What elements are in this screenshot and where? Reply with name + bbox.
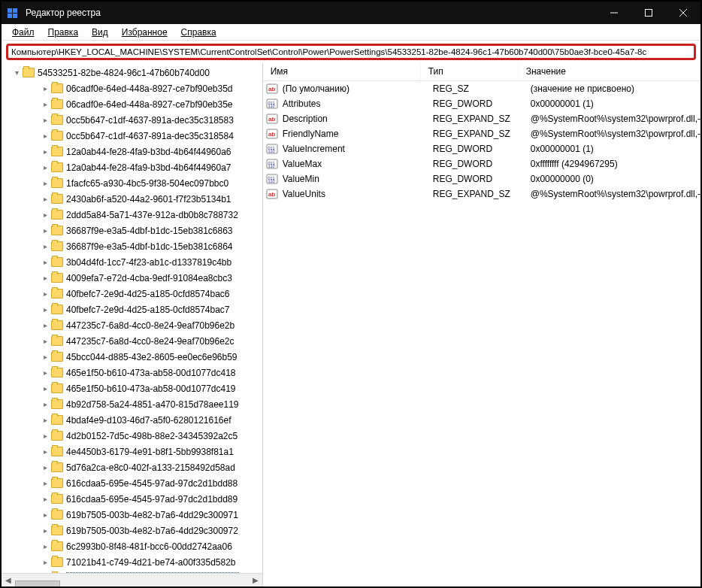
- chevron-icon: ▸: [41, 258, 50, 266]
- folder-icon: [51, 305, 63, 314]
- tree-item[interactable]: ▸1facfc65-a930-4bc5-9f38-504ec097bbc0: [2, 175, 262, 191]
- value-data: 0x00000001 (1): [531, 144, 700, 154]
- tree-item[interactable]: ▸447235c7-6a8d-4cc0-8e24-9eaf70b96e2c: [2, 333, 262, 349]
- scroll-thumb[interactable]: [15, 580, 60, 587]
- tree-item[interactable]: ▸2430ab6f-a520-44a2-9601-f7f23b5134b1: [2, 191, 262, 207]
- menu-file[interactable]: Файл: [6, 26, 41, 39]
- tree-label: 0cc5b647-c1df-4637-891a-dec35c318583: [66, 115, 234, 126]
- horizontal-scrollbar[interactable]: ◀ ▶: [2, 573, 262, 586]
- tree-item[interactable]: ▸5d76a2ca-e8c0-402f-a133-2158492d58ad: [2, 459, 262, 475]
- tree-label: 2ddd5a84-5a71-437e-912a-db0b8c788732: [66, 210, 238, 220]
- tree-item[interactable]: ▸40fbefc7-2e9d-4d25-a185-0cfd8574bac6: [2, 286, 262, 302]
- chevron-icon: ▸: [41, 368, 50, 377]
- tree-item[interactable]: ▸12a0ab44-fe28-4fa9-b3bd-4b64f44960a7: [2, 159, 262, 175]
- tree-label: 45bcc044-d885-43e2-8605-ee0ec6e96b59: [66, 352, 238, 362]
- tree-label: 71021b41-c749-4d21-be74-a00f335d582b: [66, 557, 236, 568]
- tree-item[interactable]: ▸619b7505-003b-4e82-b7a6-4dd29c300971: [2, 507, 262, 523]
- value-row[interactable]: ValueMaxREG_DWORD0xffffffff (4294967295): [263, 156, 700, 171]
- value-type-icon: [266, 128, 278, 140]
- tree-item[interactable]: ▸4b92d758-5a24-4851-a470-815d78aee119: [2, 396, 262, 412]
- col-type[interactable]: Тип: [421, 63, 519, 80]
- menu-help[interactable]: Справка: [175, 26, 222, 39]
- tree-item[interactable]: ▸616cdaa5-695e-4545-97ad-97dc2d1bdd89: [2, 491, 262, 507]
- tree-label: 447235c7-6a8d-4cc0-8e24-9eaf70b96e2b: [66, 320, 235, 331]
- tree-item[interactable]: ▸12a0ab44-fe28-4fa9-b3bd-4b64f44960a6: [2, 144, 262, 159]
- tree-item[interactable]: ▾54533251-82be-4824-96c1-47b60b740d00: [2, 65, 262, 80]
- tree-item[interactable]: ▸71021b41-c749-4d21-be74-a00f335d582b: [2, 554, 262, 570]
- tree-item[interactable]: ▸4bdaf4e9-d103-46d7-a5f0-6280121616ef: [2, 412, 262, 428]
- folder-icon: [51, 210, 63, 220]
- chevron-icon: ▸: [41, 226, 50, 235]
- tree-item[interactable]: ▸36687f9e-e3a5-4dbf-b1dc-15eb381c6863: [2, 223, 262, 238]
- tree-item[interactable]: ▸6c2993b0-8f48-481f-bcc6-00dd2742aa06: [2, 538, 262, 554]
- value-type: REG_DWORD: [433, 144, 531, 154]
- col-name[interactable]: Имя: [263, 63, 421, 80]
- folder-icon: [51, 162, 63, 172]
- value-row[interactable]: ValueMinREG_DWORD0x00000000 (0): [263, 171, 700, 186]
- value-name: ValueIncrement: [283, 144, 433, 154]
- tree-item[interactable]: ▸465e1f50-b610-473a-ab58-00d1077dc418: [2, 365, 262, 380]
- tree-label: 40fbefc7-2e9d-4d25-a185-0cfd8574bac6: [66, 289, 230, 299]
- tree-item[interactable]: ▸3b04d4fd-1cc7-4f23-ab1c-d1337819c4bb: [2, 254, 262, 270]
- tree-item[interactable]: ▸465e1f50-b610-473a-ab58-00d1077dc419: [2, 380, 262, 396]
- tree-label: 616cdaa5-695e-4545-97ad-97dc2d1bdd89: [66, 494, 238, 505]
- value-row[interactable]: AttributesREG_DWORD0x00000001 (1): [263, 96, 700, 111]
- value-row[interactable]: ValueUnitsREG_EXPAND_SZ@%SystemRoot%\sys…: [263, 186, 700, 202]
- tree-label: 619b7505-003b-4e82-b7a6-4dd29c300972: [66, 526, 238, 536]
- close-button[interactable]: [666, 2, 700, 24]
- tree-item[interactable]: ▸06cadf0e-64ed-448a-8927-ce7bf90eb35e: [2, 96, 262, 112]
- app-title: Редактор реестра: [26, 8, 597, 18]
- scroll-right-arrow[interactable]: ▶: [249, 574, 262, 587]
- tree-item[interactable]: ▸4d2b0152-7d5c-498b-88e2-34345392a2c5: [2, 428, 262, 444]
- folder-icon: [51, 336, 63, 346]
- tree-item[interactable]: ▸619b7505-003b-4e82-b7a6-4dd29c300972: [2, 523, 262, 538]
- tree-item[interactable]: ▸06cadf0e-64ed-448a-8927-ce7bf90eb35d: [2, 80, 262, 96]
- registry-tree[interactable]: ▾54533251-82be-4824-96c1-47b60b740d00▸06…: [2, 63, 262, 573]
- tree-label: 3b04d4fd-1cc7-4f23-ab1c-d1337819c4bb: [66, 257, 231, 268]
- tree-item[interactable]: ▸0cc5b647-c1df-4637-891a-dec35c318584: [2, 128, 262, 144]
- tree-item[interactable]: ▸4009efa7-e72d-4cba-9edf-91084ea8cbc3: [2, 270, 262, 286]
- tree-label: 4d2b0152-7d5c-498b-88e2-34345392a2c5: [66, 431, 238, 441]
- folder-icon: [51, 415, 63, 425]
- chevron-icon: ▸: [41, 179, 50, 187]
- menu-view[interactable]: Вид: [86, 26, 114, 39]
- tree-item[interactable]: ▸447235c7-6a8d-4cc0-8e24-9eaf70b96e2b: [2, 317, 262, 333]
- values-list[interactable]: (По умолчанию)REG_SZ(значение не присвое…: [263, 81, 700, 586]
- maximize-button[interactable]: [631, 2, 666, 24]
- value-type-icon: [266, 188, 278, 200]
- value-row[interactable]: FriendlyNameREG_EXPAND_SZ@%SystemRoot%\s…: [263, 126, 700, 141]
- tree-item[interactable]: ▸36687f9e-e3a5-4dbf-b1dc-15eb381c6864: [2, 238, 262, 254]
- menu-favorites[interactable]: Избранное: [116, 26, 174, 39]
- chevron-icon: ▸: [41, 511, 50, 519]
- folder-icon: [51, 526, 63, 535]
- scroll-left-arrow[interactable]: ◀: [2, 574, 15, 587]
- tree-item[interactable]: ▸45bcc044-d885-43e2-8605-ee0ec6e96b59: [2, 349, 262, 365]
- addressbar-container: Компьютер\HKEY_LOCAL_MACHINE\SYSTEM\Curr…: [2, 41, 700, 63]
- tree-item[interactable]: ▸0cc5b647-c1df-4637-891a-dec35c318583: [2, 112, 262, 128]
- chevron-icon: ▸: [41, 289, 50, 298]
- tree-label: 1facfc65-a930-4bc5-9f38-504ec097bbc0: [66, 178, 228, 189]
- folder-icon: [51, 131, 63, 141]
- tree-item[interactable]: ▸40fbefc7-2e9d-4d25-a185-0cfd8574bac7: [2, 302, 262, 317]
- window-buttons: [597, 2, 700, 24]
- col-value[interactable]: Значение: [519, 63, 700, 80]
- tree-item[interactable]: ▸4e4450b3-6179-4e91-b8f1-5bb9938f81a1: [2, 444, 262, 459]
- value-row[interactable]: (По умолчанию)REG_SZ(значение не присвое…: [263, 81, 700, 96]
- menu-edit[interactable]: Правка: [42, 26, 85, 39]
- tree-item[interactable]: ▸616cdaa5-695e-4545-97ad-97dc2d1bdd88: [2, 475, 262, 491]
- addressbar[interactable]: Компьютер\HKEY_LOCAL_MACHINE\SYSTEM\Curr…: [6, 44, 696, 60]
- tree-item[interactable]: ▸2ddd5a84-5a71-437e-912a-db0b8c788732: [2, 207, 262, 223]
- chevron-icon: ▸: [41, 447, 50, 456]
- tree-label: 4b92d758-5a24-4851-a470-815d78aee119: [66, 399, 239, 410]
- titlebar[interactable]: Редактор реестра: [2, 2, 700, 24]
- value-row[interactable]: DescriptionREG_EXPAND_SZ@%SystemRoot%\sy…: [263, 111, 700, 126]
- tree-label: 465e1f50-b610-473a-ab58-00d1077dc418: [66, 368, 236, 378]
- registry-editor-window: Редактор реестра Файл Правка Вид Избранн…: [0, 0, 702, 588]
- chevron-icon: ▸: [41, 321, 50, 329]
- chevron-icon: ▸: [41, 147, 50, 156]
- folder-icon: [51, 383, 63, 393]
- tree-label: 06cadf0e-64ed-448a-8927-ce7bf90eb35e: [66, 99, 233, 110]
- minimize-button[interactable]: [597, 2, 631, 24]
- tree-label: 12a0ab44-fe28-4fa9-b3bd-4b64f44960a7: [66, 162, 231, 173]
- value-row[interactable]: ValueIncrementREG_DWORD0x00000001 (1): [263, 141, 700, 156]
